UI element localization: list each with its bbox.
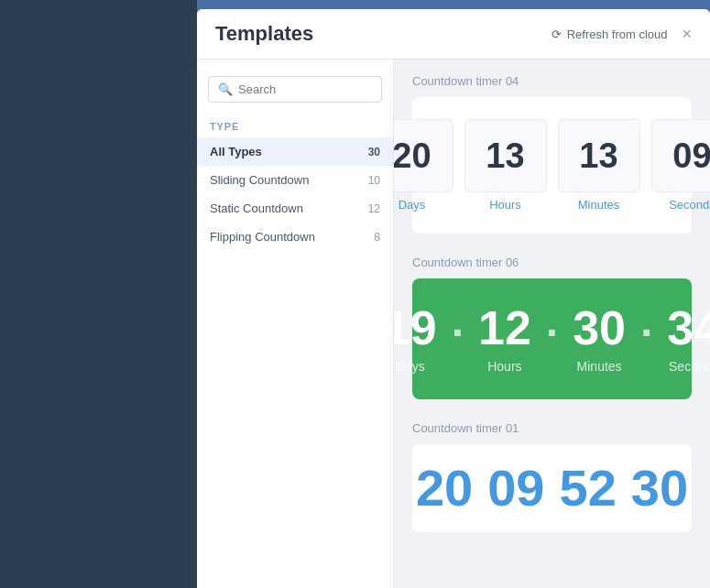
timer-card-blue[interactable]: 20 09 52 30	[412, 444, 692, 532]
timer-card-boxes[interactable]: 20 Days 13 Hours 13 Minutes 09	[412, 97, 692, 234]
filter-item-count: 10	[368, 174, 380, 187]
search-icon: 🔍	[218, 82, 233, 96]
timer-green-number-seconds: 34	[667, 304, 710, 352]
timer-blue-number-minutes: 52	[560, 463, 617, 514]
modal-header-actions: ⟳ Refresh from cloud ×	[552, 26, 692, 42]
timer-green-number-hours: 12	[478, 304, 531, 352]
modal-body: 🔍 TYPE All Types 30 Sliding Countdown 10…	[197, 60, 710, 588]
dot-separator-2: ·	[546, 304, 558, 358]
filter-item-all-types[interactable]: All Types 30	[197, 137, 393, 166]
modal-header: Templates ⟳ Refresh from cloud ×	[197, 9, 710, 60]
template-label-timer06: Countdown timer 06	[412, 256, 692, 269]
templates-modal: Templates ⟳ Refresh from cloud × 🔍 TYPE	[197, 9, 710, 588]
search-box[interactable]: 🔍	[208, 76, 382, 103]
filter-item-count: 12	[368, 202, 380, 215]
timer-unit-label-days: Days	[399, 198, 426, 212]
type-section-label: TYPE	[197, 114, 393, 137]
timer-green-label-days: Days	[396, 359, 425, 374]
search-input[interactable]	[238, 82, 372, 96]
filter-item-sliding-countdown[interactable]: Sliding Countdown 10	[197, 166, 393, 194]
filter-item-label: Flipping Countdown	[210, 230, 315, 244]
timer-blue-number-seconds: 30	[631, 463, 688, 514]
timer-box-days: 20	[394, 119, 453, 192]
filter-item-label: Sliding Countdown	[210, 173, 309, 187]
timer-unit-hours: 13 Hours	[464, 119, 547, 212]
timer-green-unit-minutes: 30 Minutes	[558, 304, 640, 374]
timer-green-unit-seconds: 34 Seconds	[652, 304, 710, 374]
filter-list: All Types 30 Sliding Countdown 10 Static…	[197, 137, 393, 251]
timer-unit-days: 20 Days	[394, 119, 453, 212]
timer-blue-number-hours: 09	[487, 463, 544, 514]
timer-green-number-days: 19	[394, 304, 437, 352]
timer-unit-label-hours: Hours	[489, 198, 521, 212]
refresh-icon: ⟳	[552, 27, 562, 41]
filter-item-label: Static Countdown	[210, 201, 303, 215]
filter-item-count: 8	[374, 231, 380, 244]
modal-title: Templates	[215, 22, 313, 46]
templates-content[interactable]: Countdown timer 04 20 Days 13 Hours 13 M	[394, 60, 710, 588]
dot-separator-1: ·	[452, 304, 464, 358]
template-section-timer04: Countdown timer 04 20 Days 13 Hours 13 M	[412, 74, 692, 234]
filter-item-static-countdown[interactable]: Static Countdown 12	[197, 194, 393, 223]
filter-item-count: 30	[368, 146, 380, 158]
template-section-timer06: Countdown timer 06 19 Days · 12 Hours ·	[412, 256, 692, 399]
refresh-label: Refresh from cloud	[567, 27, 668, 41]
timer-box-minutes: 13	[558, 119, 640, 192]
timer-green-unit-days: 19 Days	[394, 304, 452, 374]
app-sidebar	[0, 0, 197, 588]
timer-box-hours: 13	[464, 119, 547, 192]
timer-unit-label-seconds: Seconds	[669, 198, 710, 212]
timer-box-seconds: 09	[651, 119, 711, 192]
filter-item-label: All Types	[210, 145, 262, 158]
filter-sidebar: 🔍 TYPE All Types 30 Sliding Countdown 10…	[197, 60, 394, 588]
timer-blue-number-days: 20	[416, 463, 473, 514]
template-label-timer01: Countdown timer 01	[412, 421, 692, 435]
close-button[interactable]: ×	[682, 26, 692, 42]
timer-unit-label-minutes: Minutes	[578, 198, 620, 212]
timer-green-unit-hours: 12 Hours	[464, 304, 546, 374]
timer-green-label-minutes: Minutes	[577, 359, 622, 374]
timer-green-label-seconds: Seconds	[669, 359, 710, 374]
template-section-timer01: Countdown timer 01 20 09 52 30	[412, 421, 692, 532]
template-label-timer04: Countdown timer 04	[412, 74, 692, 88]
refresh-button[interactable]: ⟳ Refresh from cloud	[552, 27, 668, 41]
filter-item-flipping-countdown[interactable]: Flipping Countdown 8	[197, 223, 393, 251]
timer-green-label-hours: Hours	[487, 359, 521, 374]
timer-unit-minutes: 13 Minutes	[558, 119, 640, 212]
timer-unit-seconds: 09 Seconds	[651, 119, 711, 212]
timer-card-green[interactable]: 19 Days · 12 Hours · 30 Minutes	[412, 278, 692, 399]
timer-green-number-minutes: 30	[573, 304, 626, 352]
dot-separator-3: ·	[640, 304, 652, 358]
